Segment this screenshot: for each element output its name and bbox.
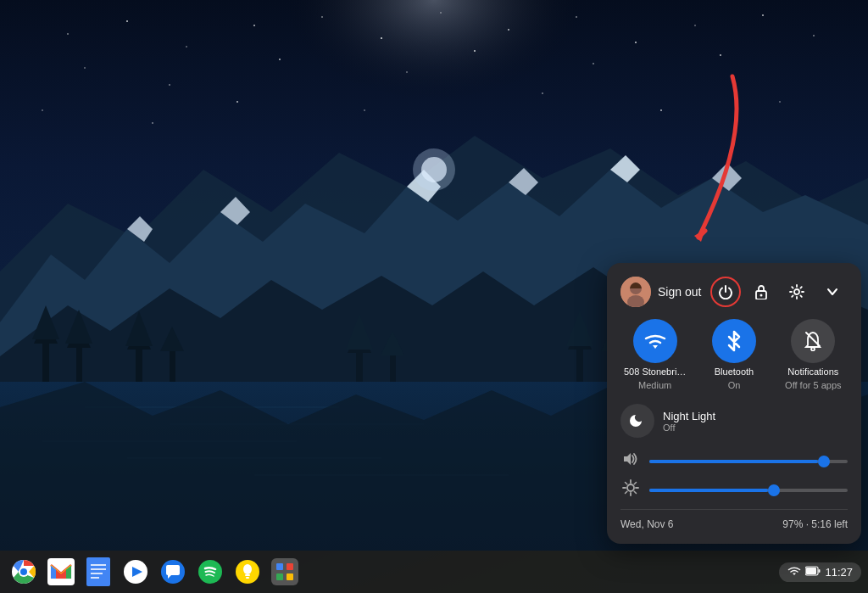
time-display: 11:27 xyxy=(825,566,853,579)
svg-point-25 xyxy=(364,109,364,110)
svg-rect-62 xyxy=(86,557,110,586)
svg-point-88 xyxy=(811,348,815,351)
svg-point-12 xyxy=(694,25,695,25)
svg-point-87 xyxy=(794,289,799,294)
svg-rect-44 xyxy=(170,348,175,382)
brightness-thumb[interactable] xyxy=(768,484,780,496)
lock-button[interactable] xyxy=(746,277,776,307)
volume-thumb[interactable] xyxy=(818,456,830,467)
brightness-icon xyxy=(620,479,641,501)
quick-settings-panel: Sign out xyxy=(607,263,861,544)
svg-point-9 xyxy=(508,29,509,31)
svg-point-22 xyxy=(42,109,42,110)
svg-rect-49 xyxy=(390,352,396,382)
svg-point-60 xyxy=(20,568,27,575)
collapse-button[interactable] xyxy=(817,277,848,307)
bluetooth-toggle-button[interactable] xyxy=(712,319,756,363)
svg-point-16 xyxy=(169,84,170,86)
taskbar-ideas-icon[interactable] xyxy=(231,555,264,589)
svg-point-28 xyxy=(779,101,780,102)
taskbar-play-icon[interactable] xyxy=(119,555,153,589)
svg-point-23 xyxy=(152,122,153,124)
volume-icon xyxy=(620,451,641,471)
svg-point-6 xyxy=(321,16,323,18)
taskbar-gmail-icon[interactable] xyxy=(44,555,78,589)
taskbar-spotify-icon[interactable] xyxy=(193,555,227,589)
svg-point-71 xyxy=(243,564,252,574)
taskbar-messages-icon[interactable] xyxy=(156,555,190,589)
wifi-tray-icon xyxy=(787,566,801,579)
qs-toggles: 508 Stonebri… Medium Bluetooth On Noti xyxy=(620,319,848,390)
svg-rect-51 xyxy=(576,346,583,382)
system-tray[interactable]: 11:27 xyxy=(779,562,861,582)
svg-point-14 xyxy=(813,35,815,36)
svg-rect-72 xyxy=(245,574,250,576)
power-button[interactable] xyxy=(710,277,741,307)
svg-rect-75 xyxy=(276,563,283,570)
night-light-row: Night Light Off xyxy=(620,402,848,439)
svg-point-57 xyxy=(413,148,455,191)
svg-rect-65 xyxy=(91,573,103,574)
svg-rect-41 xyxy=(136,346,142,382)
sign-out-button[interactable]: Sign out xyxy=(658,285,704,299)
svg-rect-74 xyxy=(271,558,298,585)
bluetooth-sublabel: On xyxy=(728,380,741,390)
brightness-track[interactable] xyxy=(649,489,848,492)
svg-rect-46 xyxy=(356,350,363,382)
taskbar-dock xyxy=(7,555,302,589)
wifi-sublabel: Medium xyxy=(638,380,671,390)
svg-point-26 xyxy=(542,92,543,94)
bluetooth-toggle: Bluetooth On xyxy=(699,319,768,390)
night-light-sublabel: Off xyxy=(663,422,715,433)
notifications-label: Notifications xyxy=(787,366,838,377)
notifications-sublabel: Off for 5 apps xyxy=(785,380,841,390)
taskbar-right: 11:27 xyxy=(779,562,861,582)
svg-point-90 xyxy=(627,484,634,491)
taskbar-docs-icon[interactable] xyxy=(81,555,115,589)
qs-header: Sign out xyxy=(620,277,848,307)
svg-point-8 xyxy=(440,12,441,13)
wifi-toggle: 508 Stonebri… Medium xyxy=(620,319,689,390)
svg-point-27 xyxy=(660,109,662,111)
wifi-toggle-button[interactable] xyxy=(633,319,677,363)
qs-footer: Wed, Nov 6 97% · 5:16 left xyxy=(620,509,848,530)
svg-point-7 xyxy=(381,37,382,39)
svg-line-96 xyxy=(634,491,636,493)
user-avatar xyxy=(620,277,651,307)
svg-rect-81 xyxy=(806,568,816,574)
svg-point-21 xyxy=(720,54,721,56)
svg-point-3 xyxy=(126,20,128,22)
svg-line-95 xyxy=(626,483,627,484)
svg-rect-63 xyxy=(91,564,106,566)
volume-track[interactable] xyxy=(649,460,848,463)
svg-rect-66 xyxy=(91,577,99,579)
taskbar-apps-icon[interactable] xyxy=(268,555,302,589)
wifi-label: 508 Stonebri… xyxy=(624,366,686,377)
svg-rect-77 xyxy=(276,573,283,580)
taskbar-chrome-icon[interactable] xyxy=(7,555,41,589)
notifications-toggle-button[interactable] xyxy=(791,319,835,363)
svg-point-20 xyxy=(593,63,594,64)
svg-point-18 xyxy=(406,71,407,72)
volume-fill xyxy=(649,460,818,463)
svg-point-15 xyxy=(84,67,85,68)
volume-slider-row xyxy=(620,451,848,471)
night-light-icon[interactable] xyxy=(620,404,654,438)
svg-rect-76 xyxy=(287,563,293,570)
svg-rect-73 xyxy=(246,577,249,579)
svg-point-4 xyxy=(186,46,186,47)
svg-point-86 xyxy=(760,294,763,297)
svg-rect-78 xyxy=(287,573,293,580)
settings-button[interactable] xyxy=(782,277,812,307)
brightness-fill xyxy=(649,489,768,492)
svg-point-17 xyxy=(279,59,281,60)
svg-rect-38 xyxy=(76,344,82,382)
svg-point-19 xyxy=(474,50,476,52)
svg-rect-35 xyxy=(42,339,49,382)
svg-line-98 xyxy=(626,491,627,493)
svg-rect-64 xyxy=(91,568,106,570)
svg-point-2 xyxy=(67,33,69,35)
bluetooth-label: Bluetooth xyxy=(715,366,754,377)
battery-tray-icon xyxy=(805,566,821,579)
qs-date: Wed, Nov 6 xyxy=(620,518,673,530)
